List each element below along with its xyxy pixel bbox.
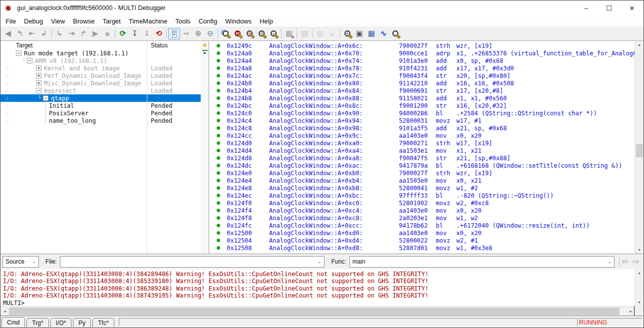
disasm-row[interactable]: 0x124d4AnalogClockWindow::A+0xa4:aa1503e… [210, 147, 635, 154]
disasm-row[interactable]: 0x1249cAnalogClockWindow::A+0x6c:7900027… [210, 42, 635, 49]
halt-icon[interactable]: ■ [101, 28, 113, 39]
menu-view[interactable]: View [47, 17, 69, 25]
clear-profile-icon[interactable]: ▦✕ [283, 28, 295, 39]
console-prompt[interactable]: MULTI> [3, 300, 635, 306]
interlace-minus-icon[interactable]: ⊖ [204, 28, 216, 39]
disasm-row[interactable]: 0x124d0AnalogClockWindow::A+0xa0:7900027… [210, 139, 635, 147]
edit-document-icon[interactable]: ▤ [299, 28, 311, 39]
disasm-row[interactable]: 0x124ccAnalogClockWindow::A+0x9c:aa1403e… [210, 132, 635, 139]
next-icon[interactable]: ↳ [53, 28, 65, 39]
interlace-plus-icon[interactable]: ⊕ [192, 28, 204, 39]
breakpoint-gutter[interactable] [210, 201, 227, 205]
disasm-row[interactable]: 0x124c4AnalogClockWindow::A+0x94:5280003… [210, 117, 635, 124]
scroll-up-icon[interactable]: ▴ [635, 41, 644, 48]
disasm-row[interactable]: 0x12508AnalogClockWindow::A+0xd8:52807d0… [210, 244, 635, 252]
breakpoint-gutter[interactable] [210, 119, 227, 122]
tab-cmd[interactable]: Cmd [1, 317, 25, 327]
bookmark-star-icon[interactable]: ☆ [0, 64, 14, 72]
source-mode-select[interactable]: Source ⌄ [2, 256, 39, 268]
disasm-row[interactable]: 0x124c8AnalogClockWindow::A+0x98:9101a3f… [210, 124, 635, 132]
menu-timemachine[interactable]: TimeMachine [125, 17, 172, 25]
breakpoint-gutter[interactable] [210, 74, 227, 77]
menu-help[interactable]: Help [256, 17, 277, 25]
history-back-icon[interactable]: ⇦ [620, 256, 631, 267]
backward-step-out-icon[interactable]: ↰ [14, 28, 26, 39]
menu-target[interactable]: Target [99, 17, 125, 25]
memory-window-icon[interactable]: M [244, 28, 256, 39]
collapse-icon[interactable]: − [36, 88, 41, 93]
breakpoint-gutter[interactable] [210, 96, 227, 100]
source-search-icon[interactable] [220, 28, 232, 39]
bookmark-star-icon[interactable]: ☆ [0, 87, 14, 94]
download-icon[interactable]: ↧ [129, 28, 141, 39]
step-into-icon[interactable]: ⇥ [65, 28, 77, 39]
breakpoint-dot-icon[interactable] [217, 239, 220, 242]
disasm-row[interactable]: 0x12500AnalogClockWindow::A+0xd0:aa1403e… [210, 229, 635, 237]
window-select-icon[interactable]: ▣ [353, 28, 365, 39]
tree-row-perf-dynamic-download-image[interactable]: ☆+Perf_Dynamic_Download_ImageLoaded [0, 72, 201, 79]
breakpoint-dot-icon[interactable] [217, 224, 220, 227]
command-console[interactable]: I/O: Adreno-ESX(qtapp)(3311403008:4)(384… [0, 269, 635, 306]
menu-file[interactable]: File [1, 17, 20, 25]
console-scrollbar[interactable]: ▴ ▾ [635, 269, 644, 306]
breakpoint-dot-icon[interactable] [217, 179, 220, 182]
trace-arrows-icon[interactable]: » [326, 28, 338, 39]
tree-row-misc-dynamic-download-image[interactable]: ☆+Misc_Dynamic_Download_ImageLoaded [0, 79, 201, 87]
run-icon[interactable]: ▶ [89, 28, 101, 39]
tree-row-myproject[interactable]: ☆−myprojectLoaded [0, 87, 201, 94]
disasm-row[interactable]: 0x124acAnalogClockWindow::A+0x7c:f90043f… [210, 72, 635, 79]
breakpoint-gutter[interactable] [210, 134, 227, 137]
breakpoint-dot-icon[interactable] [217, 171, 220, 175]
menu-config[interactable]: Config [195, 17, 222, 25]
breakpoint-dot-icon[interactable] [217, 194, 220, 197]
disasm-row[interactable]: 0x124f8AnalogClockWindow::A+0xc8:2a0203e… [210, 214, 635, 222]
breakpoint-dot-icon[interactable] [217, 119, 220, 122]
scroll-left-icon[interactable]: ◂ [0, 307, 9, 316]
disasm-row[interactable]: 0x124d8AnalogClockWindow::A+0xa8:f90047f… [210, 154, 635, 162]
close-button[interactable]: ✕ [621, 0, 644, 15]
collapse-icon[interactable]: − [43, 95, 48, 101]
disasm-row[interactable]: 0x124a8AnalogClockWindow::A+0x78:910f423… [210, 64, 635, 72]
history-forward-icon[interactable]: ⇨ [631, 256, 642, 267]
bookmark-star-icon[interactable]: ☆ [0, 102, 14, 109]
stop-search-icon[interactable]: ST [232, 28, 244, 39]
disasm-row[interactable]: 0x124b4AnalogClockWindow::A+0x84:f900069… [210, 87, 635, 94]
breakpoint-gutter[interactable] [210, 186, 227, 190]
scroll-down-icon[interactable]: ▾ [635, 246, 644, 254]
breakpoint-gutter[interactable] [210, 156, 227, 160]
breakpoint-dot-icon[interactable] [217, 231, 220, 235]
breakpoint-gutter[interactable] [210, 216, 227, 220]
backward-run-icon[interactable]: ◀ [2, 28, 14, 39]
tree-row-name-too-long[interactable]: ☆│name_too_longPended [0, 117, 201, 124]
scroll-up-icon[interactable]: ▴ [635, 269, 644, 277]
breakpoint-gutter[interactable] [210, 224, 227, 227]
breakpoint-dot-icon[interactable] [217, 81, 220, 85]
bookmark-star-icon[interactable]: ☆ [0, 79, 14, 87]
tab-io[interactable]: I/O* [50, 318, 72, 327]
breakpoint-gutter[interactable] [210, 89, 227, 92]
file-combobox[interactable]: ⌄ [60, 256, 324, 268]
tree-row-qtapp[interactable]: ☆└−qtapp [0, 94, 201, 102]
horizontal-scrollbar[interactable]: ◂ ▸ [0, 306, 635, 316]
breakpoint-dot-icon[interactable] [217, 246, 220, 250]
breakpoint-gutter[interactable] [210, 231, 227, 235]
disasm-row[interactable]: 0x124a4AnalogClockWindow::A+0x74:9101a3e… [210, 57, 635, 64]
tab-tfc[interactable]: Tfc* [92, 318, 114, 327]
backward-step-into-icon[interactable]: ⇤ [26, 28, 38, 39]
bookmark-star-icon[interactable]: ☆ [0, 117, 14, 124]
minimize-button[interactable]: – [575, 0, 598, 15]
locals-window-icon[interactable]: ij [268, 28, 280, 39]
breakpoint-dot-icon[interactable] [217, 149, 220, 152]
bookmark-star-icon[interactable]: ☆ [0, 94, 14, 102]
breakpoint-gutter[interactable] [210, 59, 227, 62]
disassembly-scrollbar[interactable]: ▴ ▾ [635, 41, 644, 254]
signal-analyzer-icon[interactable]: ∿ [377, 28, 389, 39]
disassembly-panel[interactable]: 0x1249cAnalogClockWindow::A+0x6c:7900027… [210, 41, 635, 254]
breakpoint-gutter[interactable] [210, 246, 227, 250]
disasm-row[interactable]: 0x124c0AnalogClockWindow::A+0x90:9400028… [210, 109, 635, 117]
disasm-row[interactable]: 0x124e4AnalogClockWindow::A+0xb4:aa1503e… [210, 177, 635, 184]
restart-icon[interactable]: ⟳ [117, 28, 129, 39]
tree-row-posixserver[interactable]: ☆│PosixServerPended [0, 109, 201, 117]
collapse-icon[interactable]: − [16, 50, 21, 56]
expand-icon[interactable]: + [36, 80, 41, 86]
